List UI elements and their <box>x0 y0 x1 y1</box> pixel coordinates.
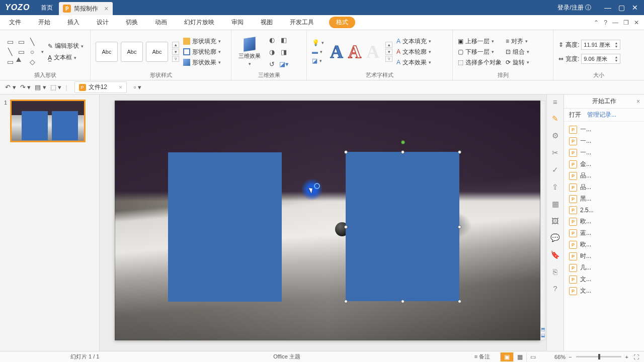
text-fill-button[interactable]: A文本填充▾ <box>396 37 431 46</box>
close2-icon[interactable]: ✕ <box>634 19 639 26</box>
normal-view-button[interactable]: ▣ <box>500 352 513 361</box>
zoom-percent[interactable]: 66% <box>554 354 566 360</box>
resize-handle-bm[interactable] <box>401 300 405 303</box>
menu-start[interactable]: 开始 <box>36 16 52 29</box>
zoom-out-button[interactable]: − <box>569 354 572 360</box>
recent-file-item[interactable]: P几... <box>564 262 644 274</box>
recent-file-item[interactable]: P一... <box>564 147 644 158</box>
minimize2-icon[interactable]: — <box>612 19 618 26</box>
rail-image-icon[interactable]: 🖼 <box>551 217 559 225</box>
recent-file-item[interactable]: P欧... <box>564 216 644 227</box>
close-tab-icon[interactable]: × <box>104 5 108 13</box>
menu-slideshow[interactable]: 幻灯片放映 <box>182 16 216 29</box>
rail-pen-icon[interactable]: ✎ <box>552 114 558 123</box>
select-objects-button[interactable]: ⬚选择多个对象 <box>458 58 502 67</box>
menu-dev[interactable]: 开发工具 <box>288 16 316 29</box>
menu-review[interactable]: 审阅 <box>229 16 246 29</box>
zoom-in-button[interactable]: + <box>625 354 628 360</box>
rail-bookmark-icon[interactable]: 🔖 <box>550 250 560 259</box>
recent-file-item[interactable]: P蓝... <box>564 227 644 239</box>
resize-handle-ml[interactable] <box>344 225 348 229</box>
layout-icon[interactable]: ⬚ ▾ <box>50 83 62 91</box>
manage-records-link[interactable]: 管理记录... <box>587 111 616 119</box>
rail-share-icon[interactable]: ⇪ <box>552 183 558 192</box>
wordart-gallery[interactable]: A A A ▴▾▿ <box>330 41 392 62</box>
recent-file-item[interactable]: P时... <box>564 250 644 262</box>
undo-icon[interactable]: ↶ ▾ <box>5 83 16 91</box>
rotate-button[interactable]: ⟳旋转▾ <box>506 58 529 67</box>
resize-handle-mr[interactable] <box>458 225 461 229</box>
send-backward-button[interactable]: ▢下移一层▾ <box>458 48 502 56</box>
menu-view[interactable]: 视图 <box>259 16 275 29</box>
home-button[interactable]: 首页 <box>35 0 59 15</box>
close-window-icon[interactable]: ✕ <box>632 4 638 12</box>
group-button[interactable]: ⊡组合▾ <box>506 48 529 56</box>
rail-copy-icon[interactable]: ⎘ <box>553 267 557 276</box>
help-icon[interactable]: ? <box>604 19 607 26</box>
new-doc-icon[interactable]: ▫ ▾ <box>134 83 141 91</box>
rail-help-icon[interactable]: ? <box>553 284 557 293</box>
menu-file[interactable]: 文件 <box>7 16 23 29</box>
shape-more-icon[interactable]: ▾ <box>41 49 44 54</box>
recent-file-item[interactable]: P品... <box>564 170 644 182</box>
minimize-icon[interactable]: — <box>604 4 611 12</box>
restore-icon[interactable]: ❐ <box>623 19 629 26</box>
recent-file-item[interactable]: P一... <box>564 135 644 147</box>
width-field[interactable]: ⇔宽度: 9.06 厘米▲▼ <box>558 54 620 64</box>
slide[interactable] <box>115 101 540 340</box>
menu-format[interactable]: 格式 <box>329 17 355 28</box>
recent-file-item[interactable]: P文... <box>564 274 644 285</box>
text-outline-button[interactable]: A文本轮廓▾ <box>396 48 431 56</box>
shape-outline-button[interactable]: 形状轮廓▾ <box>183 48 221 56</box>
rotation-handle[interactable] <box>401 140 405 144</box>
rail-comment-icon[interactable]: 💬 <box>550 233 560 242</box>
recent-file-item[interactable]: P欧... <box>564 239 644 250</box>
3d-effect-button[interactable]: 三维效果▾ <box>236 38 263 66</box>
recent-file-item[interactable]: P金... <box>564 158 644 170</box>
resize-handle-br[interactable] <box>458 300 461 303</box>
text-box-button[interactable]: A̲文本框▾ <box>48 53 84 62</box>
rail-cut-icon[interactable]: ✂ <box>552 148 558 157</box>
document-tab[interactable]: P 文件12 × <box>74 81 127 93</box>
recent-file-item[interactable]: P文... <box>564 285 644 297</box>
sorter-view-button[interactable]: ▦ <box>513 352 526 361</box>
resize-handle-tm[interactable] <box>401 150 405 154</box>
file-tab[interactable]: P 简报制作 × <box>59 2 112 15</box>
menu-animation[interactable]: 动画 <box>153 16 169 29</box>
maximize-icon[interactable]: ▢ <box>618 4 625 12</box>
menu-transition[interactable]: 切换 <box>124 16 140 29</box>
vertical-scrollbar[interactable]: ⬒⬓ <box>540 101 545 340</box>
bring-forward-button[interactable]: ▣上移一层▾ <box>458 37 502 46</box>
rail-settings-icon[interactable]: ⚙ <box>552 131 558 140</box>
edit-shape-button[interactable]: ✎编辑形状▾ <box>48 42 84 50</box>
close-doc-icon[interactable]: × <box>119 84 122 91</box>
recent-file-item[interactable]: P2.5... <box>564 205 644 216</box>
align-button[interactable]: ≡对齐▾ <box>506 37 529 46</box>
page-icon[interactable]: ▤ ▾ <box>35 83 46 91</box>
notes-button[interactable]: ≡ 备注 <box>474 353 490 360</box>
resize-handle-bl[interactable] <box>344 300 348 303</box>
rail-check-icon[interactable]: ✓ <box>552 165 558 174</box>
resize-handle-tr[interactable] <box>458 150 461 154</box>
menu-design[interactable]: 设计 <box>95 16 111 29</box>
height-field[interactable]: ⇕高度: 11.91 厘米▲▼ <box>558 40 620 50</box>
shape-fill-button[interactable]: 形状填充▾ <box>183 37 221 46</box>
redo-icon[interactable]: ↷ ▾ <box>20 83 31 91</box>
slide-thumbnail-1[interactable] <box>10 100 86 142</box>
recent-file-item[interactable]: P品... <box>564 182 644 193</box>
rail-menu-icon[interactable]: ≡ <box>553 98 557 106</box>
login-link[interactable]: 登录/注册 ⓘ <box>557 4 591 12</box>
shape-gallery[interactable]: ▭▭╲ ╲▭○ ▭◇ <box>5 37 37 66</box>
rectangle-shape-2-selected[interactable] <box>346 152 459 301</box>
collapse-ribbon-icon[interactable]: ⌃ <box>594 19 599 26</box>
rectangle-shape-1[interactable] <box>168 152 282 302</box>
recent-file-item[interactable]: P黑... <box>564 193 644 205</box>
close-panel-icon[interactable]: × <box>636 98 640 105</box>
slideshow-view-button[interactable]: ▭ <box>526 352 539 361</box>
recent-file-item[interactable]: P一... <box>564 124 644 135</box>
shape-effect-button[interactable]: 形状效果▾ <box>183 58 221 67</box>
shape-style-gallery[interactable]: Abc Abc Abc ▴▾▿ <box>96 42 179 62</box>
text-effect-button[interactable]: A文本效果▾ <box>396 58 431 67</box>
fit-button[interactable]: ⛶ <box>633 354 639 360</box>
resize-handle-tl[interactable] <box>344 150 348 154</box>
